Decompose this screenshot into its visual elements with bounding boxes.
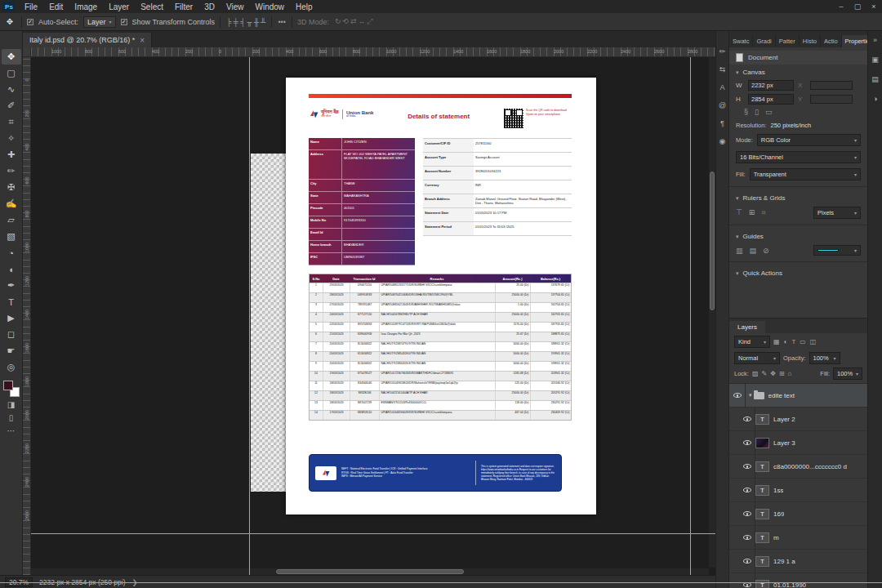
menu-window[interactable]: Window [251, 2, 290, 12]
lock-artboard-icon[interactable]: ⊞ [779, 370, 785, 377]
tab-layers[interactable]: Layers [729, 321, 765, 333]
menu-layer[interactable]: Layer [104, 2, 134, 12]
horizontal-ruler[interactable]: 1000800600400200020040060080010001200140… [31, 47, 715, 57]
menu-image[interactable]: Image [69, 2, 102, 12]
quick-selection-tool[interactable]: ✐ [2, 98, 21, 114]
opacity-dropdown[interactable]: 100%▾ [809, 352, 840, 364]
layer-row[interactable]: TLayer 2 [729, 408, 867, 431]
rulers-grids-section-header[interactable]: ▾ Rulers & Grids [729, 190, 867, 204]
visibility-toggle[interactable] [739, 526, 755, 549]
clone-source-panel-icon[interactable]: ◉ [719, 137, 726, 145]
guide-layout-icon[interactable]: ▤ [750, 247, 757, 255]
foreground-color-swatch[interactable] [3, 381, 13, 390]
screen-mode-icon[interactable]: ▯ [2, 411, 21, 424]
horizontal-scrollbar-thumb[interactable] [276, 569, 464, 574]
canvas-area[interactable]: यूनियन बैंक ऑफ इंडिया Union Bank of Indi… [31, 57, 715, 575]
layer-row[interactable]: Tm [729, 526, 867, 550]
3d-scale-icon[interactable]: ⤢ [367, 17, 374, 25]
portrait-orientation-icon[interactable]: ▯ [755, 108, 759, 116]
type-tool[interactable]: T [2, 294, 21, 310]
minimize-button[interactable]: – [833, 2, 849, 11]
brush-tool[interactable]: ✏ [2, 163, 21, 179]
link-dimensions-icon[interactable]: § [744, 108, 748, 116]
lock-pixels-icon[interactable]: ✎ [762, 370, 768, 377]
visibility-toggle[interactable] [739, 573, 755, 588]
panel-tab-properties[interactable]: Properties [842, 35, 867, 47]
3d-roll-icon[interactable]: ⟲ [341, 17, 350, 25]
maximize-button[interactable]: ▢ [849, 2, 866, 11]
toggle-rulers-icon[interactable]: ⊤ [736, 208, 742, 217]
resolution-value[interactable]: 250 pixels/inch [771, 122, 812, 129]
menu-edit[interactable]: Edit [44, 2, 68, 12]
quick-actions-section-header[interactable]: ▾ Quick Actions [729, 265, 867, 279]
healing-brush-tool[interactable]: ✚ [2, 147, 21, 163]
visibility-toggle[interactable] [739, 502, 755, 525]
collapse-dock-icon[interactable]: » [873, 36, 877, 44]
vertical-scrollbar[interactable] [709, 57, 715, 568]
panel-tab-patter[interactable]: Patter [776, 35, 800, 47]
edit-toolbar-icon[interactable]: ⋯ [2, 424, 21, 437]
paragraph-panel-icon[interactable]: ¶ [720, 119, 724, 127]
blend-mode-dropdown[interactable]: Normal▾ [734, 352, 780, 364]
menu-view[interactable]: View [221, 2, 249, 12]
visibility-toggle[interactable] [739, 455, 755, 478]
auto-select-checkbox[interactable]: ✓ [27, 19, 33, 25]
guide-color-dropdown[interactable]: ▾ [813, 245, 861, 256]
filter-adjustment-layers-icon[interactable]: ◐ [784, 338, 788, 345]
canvas-fill-dropdown[interactable]: Transparent▾ [750, 168, 861, 180]
layer-row[interactable]: T1ss [729, 479, 867, 502]
visibility-toggle[interactable] [739, 431, 755, 454]
adjustments-panel-icon[interactable]: ◑ [873, 95, 877, 103]
libraries-panel-icon[interactable]: ▤ [871, 75, 879, 83]
path-selection-tool[interactable]: ▶ [2, 310, 21, 326]
panel-tab-histo[interactable]: Histo [800, 35, 821, 47]
lock-all-icon[interactable]: ⌂ [788, 370, 792, 377]
clear-guides-icon[interactable]: ⊘ [763, 247, 769, 255]
horizontal-guide[interactable] [0, 582, 882, 583]
menu-help[interactable]: Help [291, 2, 318, 12]
bit-depth-dropdown[interactable]: 16 Bits/Channel▾ [736, 151, 861, 163]
3d-slide-icon[interactable]: ↔ [358, 17, 367, 25]
lock-position-icon[interactable]: ✥ [770, 370, 776, 377]
visibility-toggle[interactable] [739, 479, 755, 501]
vertical-ruler[interactable]: 0200400600800100012001400160018002000220… [23, 57, 31, 575]
history-brush-tool[interactable]: ✍ [2, 196, 21, 212]
filter-smart-objects-icon[interactable]: ◫ [810, 338, 817, 345]
brushes-panel-icon[interactable]: ✏ [719, 47, 726, 56]
visibility-toggle[interactable] [729, 384, 746, 407]
toggle-grid-icon[interactable]: ⊞ [749, 208, 755, 217]
height-field[interactable]: 2854 px [748, 94, 794, 105]
zoom-tool[interactable]: ◎ [2, 359, 21, 375]
eraser-tool[interactable]: ▱ [2, 212, 21, 228]
filter-shape-layers-icon[interactable]: ▭ [800, 338, 806, 345]
align-bottom-edges-icon[interactable]: ╨ [260, 18, 266, 26]
align-top-edges-icon[interactable]: ╥ [246, 18, 252, 26]
gradient-tool[interactable]: ▧ [2, 229, 21, 244]
filter-pixel-layers-icon[interactable]: ▦ [773, 338, 780, 345]
hand-tool[interactable]: ☛ [2, 343, 21, 359]
units-dropdown[interactable]: Pixels▾ [813, 207, 861, 219]
panel-tab-swatc[interactable]: Swatc [729, 35, 753, 47]
close-button[interactable]: × [866, 2, 882, 11]
auto-select-dropdown[interactable]: Layer▾ [83, 16, 116, 28]
visibility-toggle[interactable] [739, 550, 755, 572]
pen-tool[interactable]: ✒ [2, 278, 21, 293]
character-panel-icon[interactable]: A [719, 83, 724, 91]
horizontal-guide[interactable] [31, 533, 715, 534]
horizontal-scrollbar[interactable] [31, 568, 709, 575]
panel-tab-gradi[interactable]: Gradi [753, 35, 775, 47]
show-transform-checkbox[interactable]: ✓ [121, 19, 127, 25]
color-panel-icon[interactable]: ▣ [871, 56, 879, 64]
lock-transparent-icon[interactable]: ▨ [752, 370, 759, 377]
marquee-tool[interactable]: ▢ [2, 65, 21, 81]
dodge-tool[interactable]: ◖ [2, 261, 21, 277]
shape-tool[interactable]: ◻ [2, 327, 21, 342]
landscape-orientation-icon[interactable]: ▭ [765, 108, 773, 116]
document-tab[interactable]: Italy id.psd @ 20.7% (RGB/16) * × [23, 33, 152, 47]
panel-tab-actio[interactable]: Actio [821, 35, 842, 47]
expand-arrow-icon[interactable]: ▾ [749, 392, 752, 399]
menu-3d[interactable]: 3D [199, 2, 220, 12]
document-page[interactable]: यूनियन बैंक ऑफ इंडिया Union Bank of Indi… [286, 78, 596, 514]
quick-mask-icon[interactable]: ◨ [2, 398, 21, 411]
vertical-guide[interactable] [249, 57, 250, 575]
